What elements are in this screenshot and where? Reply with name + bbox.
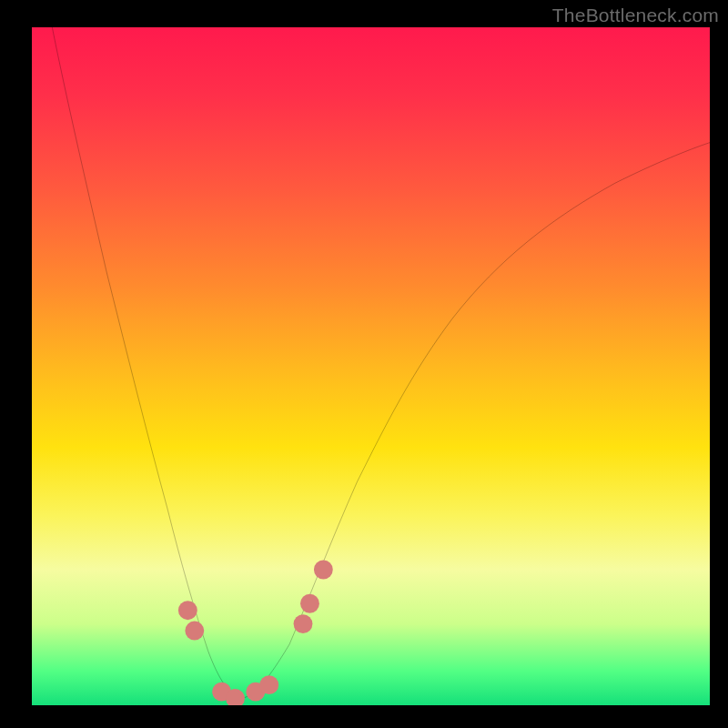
marker-left-lower	[185, 622, 204, 641]
curve-layer	[32, 27, 710, 705]
marker-right-upper	[314, 561, 333, 580]
marker-right-lower	[294, 614, 313, 633]
marker-right-mid	[300, 594, 319, 613]
watermark-text: TheBottleneck.com	[552, 5, 719, 26]
marker-bottom-4	[259, 675, 278, 694]
bottleneck-curve	[52, 27, 710, 699]
chart-frame: TheBottleneck.com	[0, 0, 728, 728]
plot-area	[32, 27, 710, 705]
marker-left-upper	[178, 601, 197, 620]
